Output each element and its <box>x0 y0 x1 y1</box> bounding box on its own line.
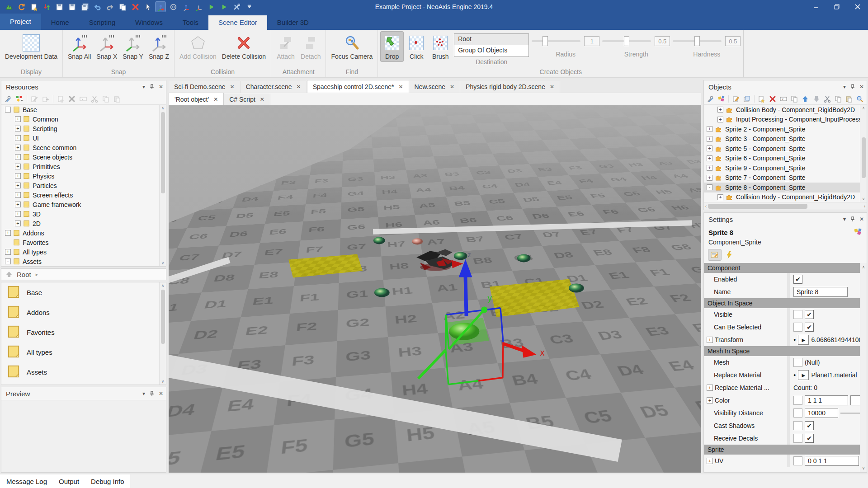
save-as-icon[interactable] <box>67 2 77 12</box>
panel-pin-button[interactable] <box>150 84 154 89</box>
tree-expander[interactable]: + <box>707 136 712 142</box>
resource-tree-item[interactable]: +Physics <box>1 171 166 181</box>
menu-tab-scene-editor[interactable]: Scene Editor <box>208 15 267 30</box>
property-row-receive-decals[interactable]: Receive Decals✔ <box>704 432 867 445</box>
tree-expander[interactable]: + <box>707 165 712 171</box>
tree-expander[interactable]: + <box>15 202 21 207</box>
value-input[interactable]: 0 0 1 1 <box>805 456 859 466</box>
new-icon[interactable] <box>56 94 66 104</box>
tab-close-icon[interactable]: ✕ <box>297 84 301 90</box>
resource-tree-item[interactable]: +3D <box>1 209 166 219</box>
tab-close-icon[interactable]: ✕ <box>213 96 218 103</box>
rename-icon[interactable]: x <box>78 94 88 104</box>
tools-icon[interactable] <box>231 2 241 12</box>
property-expander[interactable]: + <box>707 397 713 404</box>
tree-expander[interactable]: + <box>15 154 21 160</box>
restore-button[interactable] <box>826 0 847 14</box>
copy-icon[interactable] <box>833 94 843 104</box>
resource-tree-item[interactable]: +Common <box>1 114 166 124</box>
doc-tab--root-object-[interactable]: 'Root object'✕ <box>169 93 224 105</box>
menu-tab-project[interactable]: Project <box>0 14 41 30</box>
folder-list-scrollbar[interactable]: ∧∨ <box>159 282 166 385</box>
tree-expander[interactable]: + <box>15 221 21 226</box>
panel-pin-button[interactable] <box>150 391 154 396</box>
property-row-uv[interactable]: +UV0 0 1 1 <box>704 455 867 467</box>
property-expander[interactable]: + <box>707 385 713 391</box>
move-icon[interactable] <box>41 94 51 104</box>
move-tool-icon[interactable] <box>156 2 165 12</box>
move-up-icon[interactable] <box>801 94 810 104</box>
property-row-visibility-distance[interactable]: Visibility Distance10000 <box>704 407 867 419</box>
panel-close-button[interactable]: ✕ <box>859 84 864 90</box>
radius-slider[interactable] <box>532 40 580 42</box>
panel-menu-button[interactable]: ▾ <box>843 216 846 222</box>
resource-tree-item[interactable]: +Scene common <box>1 143 166 152</box>
planet-sprite[interactable] <box>412 238 423 244</box>
resource-tree-item[interactable]: +Game framework <box>1 200 166 209</box>
panel-pin-button[interactable] <box>850 216 855 222</box>
resource-tree-item[interactable]: +Scene objects <box>1 152 166 162</box>
tree-expander[interactable]: - <box>5 107 11 113</box>
property-row-transform[interactable]: +Transform●▶6.06868149441004 -2 <box>704 333 867 346</box>
settings-icon[interactable] <box>706 94 715 104</box>
cut-icon[interactable] <box>822 94 832 104</box>
checkbox[interactable]: ✔ <box>805 310 814 319</box>
planet-sprite[interactable] <box>569 283 584 292</box>
object-tree-item[interactable]: +Collision Body - Component_RigidBody2D <box>704 192 867 202</box>
delete-icon[interactable] <box>130 2 140 12</box>
resource-tree-item[interactable]: -Assets <box>1 257 166 266</box>
destination-option[interactable]: Root <box>454 34 528 45</box>
snap-z-button[interactable]: Snap Z <box>146 32 171 61</box>
transform-tool-2-icon[interactable] <box>181 2 191 12</box>
tree-expander[interactable]: + <box>707 145 712 151</box>
menu-tab-tools[interactable]: Tools <box>173 15 208 30</box>
folder-list-item[interactable]: All types <box>1 342 166 362</box>
hardness-value[interactable]: 0.5 <box>725 36 741 46</box>
properties-tab[interactable] <box>708 249 721 260</box>
folder-list-item[interactable]: Favorites <box>1 322 166 342</box>
menu-tab-builder-3d[interactable]: Builder 3D <box>267 15 319 30</box>
default-indicator-box[interactable] <box>793 323 802 332</box>
duplicate-icon[interactable] <box>789 94 799 104</box>
tree-expander[interactable]: + <box>15 211 21 217</box>
planet-sprite[interactable] <box>454 252 467 260</box>
panel-menu-button[interactable]: ▾ <box>142 84 145 90</box>
menu-tab-windows[interactable]: Windows <box>125 15 173 30</box>
tab-close-icon[interactable]: ✕ <box>550 84 554 90</box>
brush-mode-button[interactable]: Brush <box>429 32 451 61</box>
tab-close-icon[interactable]: ✕ <box>450 84 454 90</box>
tree-expander[interactable]: + <box>15 126 21 131</box>
copy-icon[interactable] <box>101 94 111 104</box>
strength-value[interactable]: 0.5 <box>655 36 670 46</box>
default-indicator-box[interactable] <box>793 421 802 430</box>
tab-close-icon[interactable]: ✕ <box>230 84 235 90</box>
resource-tree-item[interactable]: +2D <box>1 219 166 228</box>
sync-icon[interactable] <box>16 2 26 12</box>
search-icon[interactable] <box>855 94 865 104</box>
resource-tree-item[interactable]: +All types <box>1 247 166 257</box>
add-collision-button[interactable]: Add Collision <box>177 32 219 61</box>
resource-tree-item[interactable]: +Primitives <box>1 162 166 171</box>
resource-tree-item[interactable]: +Screen effects <box>1 190 166 200</box>
reference-button[interactable]: ▶ <box>798 370 809 380</box>
resource-tree-item[interactable]: -Base <box>1 105 166 114</box>
menu-tab-scripting[interactable]: Scripting <box>79 15 125 30</box>
focus-camera-button[interactable]: Focus Camera <box>329 32 375 61</box>
drop-mode-button[interactable]: Drop <box>381 32 403 61</box>
property-row-visible[interactable]: Visible✔ <box>704 308 867 321</box>
hardness-slider[interactable] <box>673 40 722 42</box>
scene-tab-character-scene[interactable]: Character.scene✕ <box>241 81 307 93</box>
new-icon[interactable] <box>757 94 766 104</box>
panel-menu-button[interactable]: ▾ <box>843 84 846 90</box>
panel-menu-button[interactable]: ▾ <box>142 390 145 397</box>
scene-tab-physics-rigid-body-2d-scene[interactable]: Physics rigid body 2D.scene✕ <box>460 81 560 93</box>
events-tab[interactable] <box>723 249 736 260</box>
property-row-replace-material-[interactable]: +Replace Material ...Count: 0 <box>704 381 867 394</box>
save-all-icon[interactable] <box>80 2 90 12</box>
tree-expander[interactable]: + <box>15 145 21 150</box>
planet-sprite[interactable] <box>373 237 385 244</box>
transform-tool-3-icon[interactable] <box>193 2 203 12</box>
value-input[interactable]: 1 1 1 <box>805 395 848 405</box>
object-tree-item[interactable]: +Sprite 6 - Component_Sprite <box>704 154 867 164</box>
tree-expander[interactable]: + <box>707 155 712 161</box>
